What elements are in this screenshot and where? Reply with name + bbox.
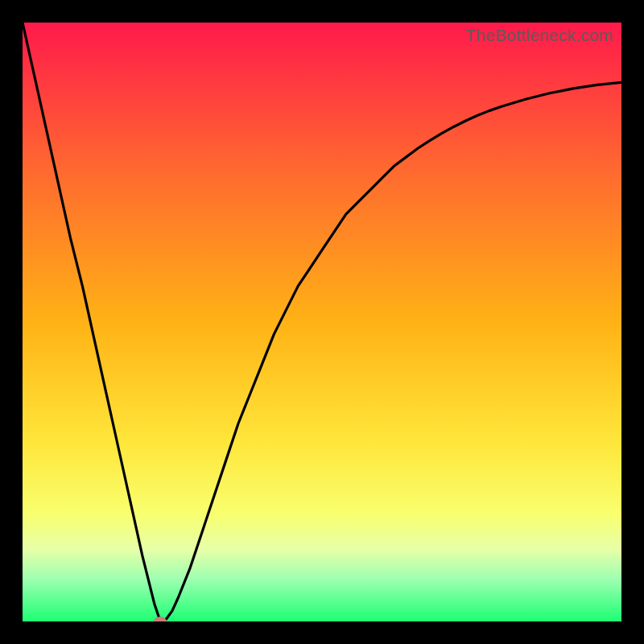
- plot-area: TheBottleneck.com: [23, 23, 621, 621]
- background-gradient: [23, 23, 621, 621]
- watermark-text: TheBottleneck.com: [466, 26, 613, 45]
- svg-rect-0: [23, 23, 621, 621]
- minimum-marker: [154, 617, 167, 621]
- chart-frame: TheBottleneck.com: [0, 0, 644, 644]
